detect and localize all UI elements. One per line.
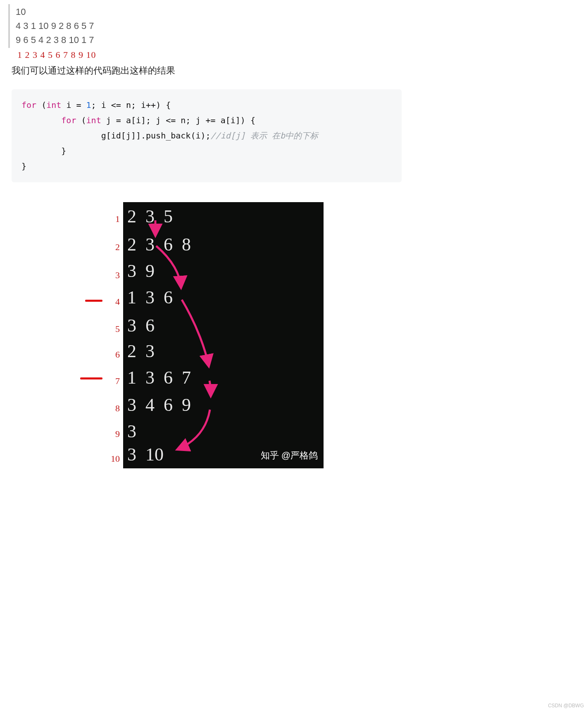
output-diagram: 知乎 @严格鸽 2352368391363623136734693310 123… bbox=[86, 202, 326, 471]
term-cell: 2 bbox=[127, 341, 136, 362]
row-index-label: 10 bbox=[109, 453, 120, 464]
row-index-label: 4 bbox=[109, 296, 120, 307]
row-index-label: 9 bbox=[109, 429, 120, 439]
term-cell: 5 bbox=[164, 206, 173, 227]
term-cell: 6 bbox=[164, 234, 173, 255]
term-cell: 3 bbox=[127, 394, 136, 415]
mark-row-4 bbox=[85, 300, 102, 302]
term-cell: 2 bbox=[127, 206, 136, 227]
input-array-b: 9 6 5 4 2 3 8 10 1 7 bbox=[16, 33, 399, 47]
row-index-label: 3 bbox=[109, 270, 120, 281]
term-cell: 3 bbox=[145, 287, 155, 308]
term-cell: 7 bbox=[182, 367, 191, 388]
row-index-label: 2 bbox=[109, 242, 120, 253]
row-index-label: 7 bbox=[109, 376, 120, 387]
term-cell: 9 bbox=[182, 394, 191, 415]
term-row: 2368 bbox=[127, 232, 191, 257]
term-cell: 3 bbox=[127, 260, 136, 282]
term-cell: 3 bbox=[145, 367, 155, 388]
term-cell: 4 bbox=[145, 394, 155, 415]
term-cell: 3 bbox=[145, 206, 155, 227]
term-row: 3469 bbox=[127, 392, 191, 417]
row-index-label: 6 bbox=[109, 349, 120, 360]
term-row: 36 bbox=[127, 313, 155, 338]
term-row: 136 bbox=[127, 285, 173, 310]
term-cell: 3 bbox=[145, 341, 155, 362]
term-row: 310 bbox=[127, 442, 164, 467]
term-cell: 8 bbox=[182, 234, 191, 255]
term-row: 3 bbox=[127, 419, 136, 444]
term-row: 235 bbox=[127, 204, 173, 229]
row-index-label: 8 bbox=[109, 403, 120, 414]
term-row: 1367 bbox=[127, 365, 191, 390]
term-cell: 2 bbox=[127, 234, 136, 255]
term-cell: 3 bbox=[145, 234, 155, 255]
term-row: 39 bbox=[127, 258, 155, 283]
term-row: 23 bbox=[127, 339, 155, 363]
input-array-a: 4 3 1 10 9 2 8 6 5 7 bbox=[16, 19, 399, 33]
term-cell: 6 bbox=[164, 394, 173, 415]
term-cell: 3 bbox=[127, 315, 136, 336]
zhihu-watermark: 知乎 @严格鸽 bbox=[261, 449, 318, 462]
input-count: 10 bbox=[16, 5, 399, 19]
term-cell: 10 bbox=[145, 444, 164, 465]
index-line: 1 2 3 4 5 6 7 8 9 10 bbox=[8, 48, 405, 60]
term-cell: 6 bbox=[164, 287, 173, 308]
term-cell: 9 bbox=[145, 260, 155, 282]
term-cell: 1 bbox=[127, 287, 136, 308]
terminal-output: 知乎 @严格鸽 2352368391363623136734693310 bbox=[123, 202, 324, 468]
term-cell: 3 bbox=[127, 421, 136, 442]
term-cell: 1 bbox=[127, 367, 136, 388]
paragraph: 我们可以通过这样的代码跑出这样的结果 bbox=[8, 60, 405, 77]
term-cell: 6 bbox=[164, 367, 173, 388]
mark-row-7 bbox=[80, 377, 102, 379]
term-cell: 3 bbox=[127, 444, 136, 465]
quoted-input: 10 4 3 1 10 9 2 8 6 5 7 9 6 5 4 2 3 8 10… bbox=[8, 4, 405, 48]
row-index-label: 1 bbox=[109, 214, 120, 224]
term-cell: 6 bbox=[145, 315, 155, 336]
row-index-label: 5 bbox=[109, 324, 120, 334]
code-block: for (int i = 1; i <= n; i++) { for (int … bbox=[12, 89, 402, 182]
